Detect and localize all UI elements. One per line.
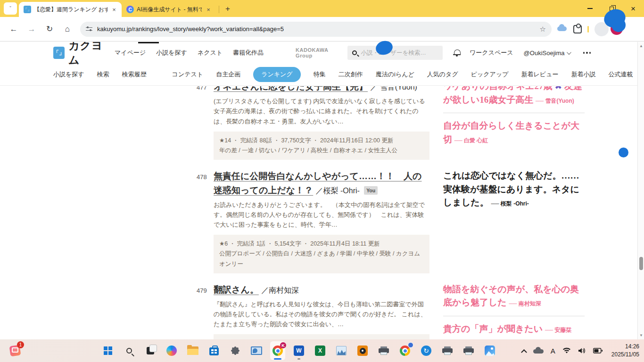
work-author-link[interactable]: ／桜梨 -Ohri- xyxy=(316,187,360,195)
subnav-history[interactable]: 検索履歴 xyxy=(122,70,147,79)
nav-mypage[interactable]: マイページ xyxy=(115,49,146,57)
tray-expand-icon[interactable] xyxy=(521,349,527,355)
notification-app-icon[interactable]: 1 xyxy=(8,343,23,357)
tab-close-icon[interactable]: × xyxy=(110,6,118,13)
site-search-input[interactable]: 小説・ユーザーを検索… xyxy=(347,46,443,60)
printer-2-icon[interactable] xyxy=(461,341,476,360)
scrollbar-thumb[interactable] xyxy=(639,257,643,270)
notifications-bell-icon[interactable] xyxy=(453,49,459,57)
presentation-app-icon[interactable] xyxy=(249,341,264,360)
media-player-icon[interactable] xyxy=(355,341,370,360)
minimize-button[interactable] xyxy=(579,0,601,17)
onedrive-icon[interactable] xyxy=(533,348,544,354)
word-icon[interactable]: W xyxy=(291,341,306,360)
close-button[interactable]: × xyxy=(622,0,644,17)
kadokawa-group-label: KADOKAWA Group xyxy=(296,47,337,58)
tab-search-chevron[interactable]: ˇ xyxy=(4,2,17,15)
browser-cloud-icon[interactable] xyxy=(556,25,568,33)
work-author-link[interactable]: ／南村知深 xyxy=(261,286,299,294)
taskbar-search-icon[interactable] xyxy=(122,341,137,360)
cross-mark-icon: ✖ xyxy=(554,86,562,91)
review-quote[interactable]: これは恋心ではなく無心だ。……実体験が基盤にあります。ネタにしました。 ── 桜… xyxy=(443,169,585,210)
subnav-contest[interactable]: コンテスト xyxy=(172,70,204,79)
home-icon[interactable]: ⌂ xyxy=(60,22,75,37)
wifi-icon[interactable] xyxy=(562,347,571,354)
chrome-active-icon[interactable]: K xyxy=(270,341,285,360)
nav-next[interactable]: ネクスト xyxy=(198,49,223,57)
subnav-feature[interactable]: 特集 xyxy=(314,70,326,79)
browser-tab-active[interactable]: 「」 【恋愛】週間ランキング おすすめ小説 × xyxy=(19,2,122,17)
battery-icon[interactable] xyxy=(593,348,603,354)
start-button[interactable] xyxy=(100,341,116,360)
subnav-official-serials[interactable]: 公式連載 xyxy=(608,70,633,79)
scroll-down-icon[interactable]: ▼ xyxy=(638,333,644,337)
microsoft-store-icon[interactable] xyxy=(206,341,222,360)
scanner-icon[interactable] xyxy=(440,341,455,360)
subnav-derivative[interactable]: 二次創作 xyxy=(339,70,363,79)
extensions-icon[interactable] xyxy=(573,25,582,33)
subnav-new-novels[interactable]: 新着小説 xyxy=(571,70,595,79)
header-more-icon[interactable] xyxy=(583,52,591,54)
review-quote[interactable]: 物語を紡ぐその声が、私を心の奥底から魅了した ── 南村知深 xyxy=(443,283,585,310)
account-name: @OukiSoejima xyxy=(524,49,565,57)
ranking-list: 477 オネエさんに恋をした女子高生【完】 ／ 雪音(Yuon) (エブリスタさ… xyxy=(0,86,632,339)
search-placeholder: 小説・ユーザーを検索… xyxy=(361,49,426,57)
kakuyomu-logo-text: カクヨム xyxy=(68,42,104,67)
notification-badge: 1 xyxy=(17,341,24,348)
browser-tab-inactive[interactable]: C AI画像生成サイト - 無料でAIが画 × xyxy=(122,2,216,17)
review-author[interactable]: ── 南村知深 xyxy=(509,300,541,307)
account-menu[interactable]: @OukiSoejima xyxy=(524,49,570,57)
address-bar[interactable]: kakuyomu.jp/rankings/love_story/weekly?w… xyxy=(80,22,552,37)
forward-icon[interactable]: → xyxy=(24,22,39,37)
ime-mode-indicator[interactable]: A xyxy=(551,347,555,355)
nav-published-works[interactable]: 書籍化作品 xyxy=(233,49,264,57)
review-author[interactable]: ── 安藤栞 xyxy=(545,327,571,333)
settings-gear-icon[interactable] xyxy=(228,341,243,360)
subnav-popular-tags[interactable]: 人気のタグ xyxy=(427,70,458,79)
tab-title: 【恋愛】週間ランキング おすすめ小説 xyxy=(34,6,107,14)
review-quote[interactable]: ワケありの自称オネエ27歳 ✖ 友達が欲しい16歳女子高生 ── 雪音(Yuon… xyxy=(443,86,585,107)
volume-icon[interactable] xyxy=(578,347,586,354)
page-scrollbar[interactable]: ▲ ▼ xyxy=(637,42,644,339)
work-title-link[interactable]: 翻訳さん。 xyxy=(214,285,259,295)
subnav-find[interactable]: 小説を探す xyxy=(53,70,84,79)
work-author-link[interactable]: ／ 雪音(Yuon) xyxy=(370,86,417,91)
subnav-self-projects[interactable]: 自主企画 xyxy=(216,70,240,79)
photos-legacy-icon[interactable] xyxy=(334,341,349,360)
work-title-link[interactable]: オネエさんに恋をした女子高生【完】 xyxy=(214,86,368,91)
subnav-new-reviews[interactable]: 新着レビュー xyxy=(521,70,559,79)
printer-icon[interactable] xyxy=(376,341,391,360)
nav-find-novels[interactable]: 小説を探す xyxy=(156,49,187,57)
workspace-link[interactable]: ワークスペース xyxy=(470,49,513,57)
taskbar-clock[interactable]: 14:26 2025/11/05 xyxy=(611,343,639,359)
work-tags[interactable]: 公開プロポーズ / 公開告白 / 大迷惑 / ざまあ / 学園 / 中学校 / … xyxy=(219,249,424,269)
sync-icon[interactable]: ↻ xyxy=(419,341,434,360)
review-author[interactable]: ── 桜梨 -Ohri- xyxy=(491,200,529,207)
new-tab-button[interactable]: + xyxy=(222,3,233,15)
subnav-ranking-active[interactable]: ランキング xyxy=(253,67,301,82)
site-settings-icon[interactable] xyxy=(86,26,92,32)
review-quote[interactable]: 貴方の「声」が聞きたい ── 安藤栞 xyxy=(443,322,585,336)
photos-icon[interactable] xyxy=(482,341,497,360)
chrome-secondary-icon[interactable] xyxy=(397,341,413,360)
file-explorer-icon[interactable] xyxy=(185,341,200,360)
bookmark-star-icon[interactable]: ☆ xyxy=(540,25,546,33)
review-author[interactable]: ── 雪音(Yuon) xyxy=(536,98,574,104)
copilot-icon[interactable] xyxy=(164,341,179,360)
kakuyomu-logo[interactable]: 「」 カクヨム xyxy=(53,42,104,67)
you-badge: You xyxy=(364,186,378,195)
back-icon[interactable]: ← xyxy=(6,22,21,37)
subnav-pickup[interactable]: ピックアップ xyxy=(471,70,509,79)
tab-close-icon[interactable]: × xyxy=(205,6,212,13)
review-quote[interactable]: 自分が自分らしく生きることが大切 ── 白愛 心紅 xyxy=(443,119,585,146)
review-author[interactable]: ── 白愛 心紅 xyxy=(454,137,488,144)
subnav-maho-iland[interactable]: 魔法のiらんど xyxy=(376,70,414,79)
reload-icon[interactable]: ↻ xyxy=(42,22,57,37)
scroll-up-icon[interactable]: ▲ xyxy=(638,44,644,48)
work-tags[interactable]: 年の差 / 一途 / 切ない / ワケアリ / 高校生 / 自称オネエ / 女性… xyxy=(219,146,424,156)
task-view-icon[interactable] xyxy=(143,341,158,360)
excel-icon[interactable]: X xyxy=(313,341,328,360)
work-description: 『翻訳さん』と呼ばれる人見知りな彼女は、今日も薄暗い第二図書室で外国の物語を訳し… xyxy=(214,299,429,329)
subnav-search[interactable]: 検索 xyxy=(97,70,109,79)
url-text[interactable]: kakuyomu.jp/rankings/love_story/weekly?w… xyxy=(97,25,536,33)
